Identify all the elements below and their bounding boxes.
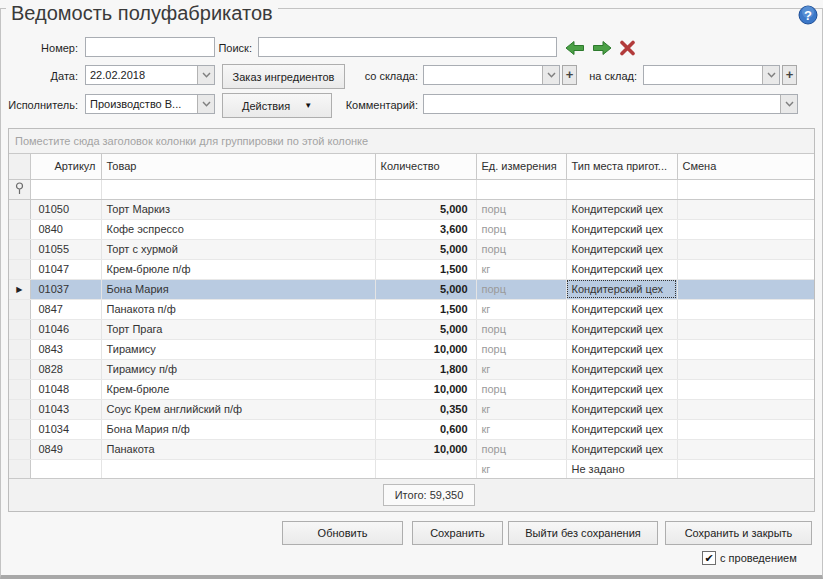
search-input[interactable] (258, 37, 557, 57)
unit-cell[interactable]: порц (476, 319, 566, 339)
column-header-product[interactable]: Товар (101, 154, 375, 179)
table-row[interactable]: 01050Торт Маркиз5,000порцКондитерский це… (9, 199, 814, 219)
table-row[interactable]: ▶01037Бона Мария5,000порцКондитерский це… (9, 279, 814, 299)
group-by-panel[interactable]: Поместите сюда заголовок колонки для гру… (9, 129, 814, 154)
place-type-cell[interactable]: Кондитерский цех (566, 239, 677, 259)
column-header-quantity[interactable]: Количество (375, 154, 476, 179)
shift-cell[interactable] (677, 379, 814, 399)
product-cell[interactable]: Бона Мария (101, 279, 375, 299)
place-type-cell[interactable]: Кондитерский цех (566, 279, 677, 299)
unit-cell[interactable]: кг (476, 359, 566, 379)
article-cell[interactable]: 0849 (30, 439, 101, 459)
chevron-down-icon[interactable] (197, 66, 214, 84)
shift-cell[interactable] (677, 279, 814, 299)
place-type-cell[interactable]: Кондитерский цех (566, 319, 677, 339)
unit-cell[interactable]: порц (476, 439, 566, 459)
shift-cell[interactable] (677, 299, 814, 319)
comment-select[interactable] (423, 94, 798, 114)
place-type-cell[interactable]: Кондитерский цех (566, 339, 677, 359)
filter-cell[interactable] (30, 179, 101, 199)
from-store-select[interactable] (423, 65, 560, 85)
product-cell[interactable]: Тирамису (101, 339, 375, 359)
place-type-cell[interactable]: Кондитерский цех (566, 299, 677, 319)
product-cell[interactable]: Торт с хурмой (101, 239, 375, 259)
article-cell[interactable]: 01047 (30, 259, 101, 279)
unit-cell[interactable]: порц (476, 199, 566, 219)
clear-search-icon[interactable] (619, 40, 639, 57)
quantity-cell[interactable]: 5,000 (375, 199, 476, 219)
chevron-down-icon[interactable] (197, 95, 214, 113)
article-cell[interactable]: 01050 (30, 199, 101, 219)
unit-cell[interactable]: порц (476, 279, 566, 299)
post-document-checkbox[interactable]: ✔ с проведением (702, 551, 797, 565)
quantity-cell[interactable] (375, 459, 476, 479)
quantity-cell[interactable]: 5,000 (375, 239, 476, 259)
column-header-unit[interactable]: Ед. измерения (476, 154, 566, 179)
article-cell[interactable]: 01046 (30, 319, 101, 339)
article-cell[interactable] (30, 459, 101, 479)
quantity-cell[interactable]: 10,000 (375, 339, 476, 359)
place-type-cell[interactable]: Кондитерский цех (566, 199, 677, 219)
quantity-cell[interactable]: 5,000 (375, 279, 476, 299)
quantity-cell[interactable]: 3,600 (375, 219, 476, 239)
shift-cell[interactable] (677, 419, 814, 439)
place-type-cell[interactable]: Не задано (566, 459, 677, 479)
arrow-right-icon[interactable] (592, 40, 612, 57)
table-row[interactable]: 0840Кофе эспрессо3,600порцКондитерский ц… (9, 219, 814, 239)
article-cell[interactable]: 01055 (30, 239, 101, 259)
product-cell[interactable]: Кофе эспрессо (101, 219, 375, 239)
table-row[interactable]: 01048Крем-брюле10,000порцКондитерский це… (9, 379, 814, 399)
column-header-shift[interactable]: Смена (677, 154, 814, 179)
shift-cell[interactable] (677, 219, 814, 239)
table-row[interactable]: 0828Тирамису п/ф1,800кгКондитерский цех (9, 359, 814, 379)
product-cell[interactable]: Торт Маркиз (101, 199, 375, 219)
arrow-left-icon[interactable] (565, 40, 585, 57)
add-to-store-button[interactable]: + (782, 65, 797, 85)
column-header-article[interactable]: Артикул (30, 154, 101, 179)
exit-without-saving-button[interactable]: Выйти без сохранения (508, 521, 658, 545)
executor-select[interactable]: Производство В... (85, 94, 215, 114)
number-input[interactable] (85, 37, 215, 57)
shift-cell[interactable] (677, 399, 814, 419)
shift-cell[interactable] (677, 259, 814, 279)
shift-cell[interactable] (677, 339, 814, 359)
unit-cell[interactable]: кг (476, 419, 566, 439)
unit-cell[interactable]: порц (476, 219, 566, 239)
table-row[interactable]: 01043Соус Крем английский п/ф0,350кгКонд… (9, 399, 814, 419)
place-type-cell[interactable]: Кондитерский цех (566, 419, 677, 439)
filter-cell[interactable] (476, 179, 566, 199)
article-cell[interactable]: 0847 (30, 299, 101, 319)
article-cell[interactable]: 0828 (30, 359, 101, 379)
table-row[interactable]: кгНе задано (9, 459, 814, 479)
unit-cell[interactable]: кг (476, 399, 566, 419)
table-row[interactable]: 0849Панакота10,000порцКондитерский цех (9, 439, 814, 459)
unit-cell[interactable]: кг (476, 299, 566, 319)
place-type-cell[interactable]: Кондитерский цех (566, 219, 677, 239)
table-row[interactable]: 01055Торт с хурмой5,000порцКондитерский … (9, 239, 814, 259)
refresh-button[interactable]: Обновить (282, 521, 403, 545)
shift-cell[interactable] (677, 239, 814, 259)
to-store-select[interactable] (643, 65, 780, 85)
quantity-cell[interactable]: 0,600 (375, 419, 476, 439)
table-row[interactable]: 01047Крем-брюле п/ф1,500кгКондитерский ц… (9, 259, 814, 279)
unit-cell[interactable]: порц (476, 239, 566, 259)
chevron-down-icon[interactable] (762, 66, 779, 84)
quantity-cell[interactable]: 0,350 (375, 399, 476, 419)
chevron-down-icon[interactable] (780, 95, 797, 113)
quantity-cell[interactable]: 10,000 (375, 379, 476, 399)
article-cell[interactable]: 01034 (30, 419, 101, 439)
filter-cell[interactable] (566, 179, 677, 199)
shift-cell[interactable] (677, 459, 814, 479)
shift-cell[interactable] (677, 359, 814, 379)
table-row[interactable]: 01046Торт Прага5,000порцКондитерский цех (9, 319, 814, 339)
column-header-place-type[interactable]: Тип места пригот... (566, 154, 677, 179)
article-cell[interactable]: 0843 (30, 339, 101, 359)
product-cell[interactable]: Крем-брюле п/ф (101, 259, 375, 279)
table-row[interactable]: 0847Панакота п/ф1,500кгКондитерский цех (9, 299, 814, 319)
place-type-cell[interactable]: Кондитерский цех (566, 259, 677, 279)
product-cell[interactable] (101, 459, 375, 479)
filter-cell[interactable] (101, 179, 375, 199)
article-cell[interactable]: 01048 (30, 379, 101, 399)
product-cell[interactable]: Торт Прага (101, 319, 375, 339)
quantity-cell[interactable]: 1,500 (375, 259, 476, 279)
